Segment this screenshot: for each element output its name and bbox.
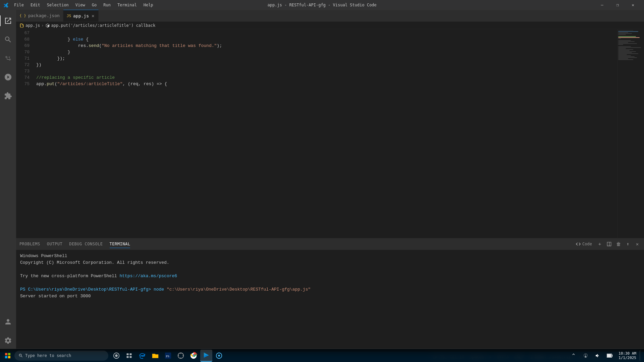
ln-75: 75 [21,81,30,87]
mm-18 [618,47,641,48]
search-icon[interactable] [0,32,16,48]
run-debug-icon[interactable] [0,69,16,85]
panel-maximize[interactable]: ⬆ [625,241,631,247]
menu-edit[interactable]: Edit [28,2,43,8]
explorer-icon[interactable] [0,13,16,29]
terminal[interactable]: Windows PowerShell Copyright (C) Microso… [16,250,644,352]
menu-help[interactable]: Help [141,2,156,8]
mm-25 [618,54,627,55]
mm-28 [618,57,637,58]
account-icon[interactable] [0,314,16,330]
svg-rect-13 [127,356,129,358]
menu-selection[interactable]: Selection [44,2,71,8]
activity-bar [0,10,16,352]
breadcrumb-file-icon [19,23,24,28]
tab-debug-console[interactable]: DEBUG CONSOLE [69,240,103,248]
taskbar-cortana[interactable] [110,350,122,362]
mm-26 [618,55,631,56]
panel-kill-terminal[interactable]: 🗑 [615,241,622,247]
maximize-button[interactable]: ❐ [610,0,625,10]
code-content[interactable]: } else { res.send("No articles matching … [33,29,617,238]
panel-split-terminal[interactable] [606,241,612,247]
mm-8 [618,37,640,38]
panel-tabs: PROBLEMS OUTPUT DEBUG CONSOLE TERMINAL C… [16,238,644,250]
menu-go[interactable]: Go [89,2,99,8]
line-72 [36,69,39,74]
line-numbers: 67 68 69 70 71 72 73 74 75 [16,29,33,238]
mm-7 [618,36,636,37]
tab-app-js[interactable]: JS app.js ✕ [63,10,99,21]
tab-terminal[interactable]: TERMINAL [110,240,130,248]
svg-rect-7 [5,356,7,358]
taskbar-powershell[interactable]: PS [162,350,174,362]
panel-add-terminal[interactable]: + [596,241,603,247]
taskbar-task-view[interactable] [123,350,135,362]
menu-run[interactable]: Run [101,2,113,8]
code-editor[interactable]: 67 68 69 70 71 72 73 74 75 } else { res.… [16,29,617,238]
svg-point-20 [218,355,220,357]
tab-package-json[interactable]: { } package.json [16,10,63,21]
minimize-button[interactable]: — [594,0,610,10]
taskbar-search[interactable]: Type here to search [14,351,108,361]
taskbar-settings[interactable] [175,350,187,362]
svg-rect-25 [607,354,611,357]
taskbar-app7[interactable] [213,350,225,362]
taskbar-show-desktop[interactable] [640,350,642,361]
extensions-icon[interactable] [0,88,16,104]
svg-rect-22 [585,357,586,357]
mm-5 [618,34,626,35]
close-button[interactable]: ✕ [625,0,641,10]
taskbar-clock[interactable]: 10:30 AM 1/1/2025 [616,351,638,360]
tab-label-package-json: package.json [28,13,60,18]
taskbar-network-icon[interactable] [580,350,591,361]
taskbar-up-chevron[interactable]: ^ [568,350,579,361]
term-line-2: Copyright (C) Microsoft Corporation. All… [20,259,640,266]
taskbar-battery-icon[interactable] [604,350,615,361]
taskbar-vscode[interactable] [200,350,212,362]
line-74: app.put("/articles/:articleTitle", (req,… [36,81,167,86]
tab-label-app-js: app.js [73,13,89,18]
ln-74: 74 [21,74,30,81]
breadcrumb-file[interactable]: app.js [25,23,40,28]
taskbar-sound-icon[interactable] [592,350,603,361]
svg-point-10 [115,354,117,357]
mm-23 [618,52,632,53]
menu-terminal[interactable]: Terminal [115,2,140,8]
main-area: { } package.json JS app.js ✕ app.js › ap… [0,10,644,352]
mm-12 [618,41,635,42]
start-button[interactable] [2,350,14,362]
mm-15 [618,44,623,45]
menu-file[interactable]: File [11,2,26,8]
minimap [617,29,644,238]
tab-problems[interactable]: PROBLEMS [19,240,40,248]
line-73: //replacing a specific article [36,75,115,80]
mm-30 [618,59,633,60]
tab-output[interactable]: OUTPUT [47,240,62,248]
line-67: } else { [36,37,89,42]
panel-controls: Code + 🗑 ⬆ ✕ [574,241,641,247]
breadcrumb-context[interactable]: app.put('/articles/:articleTitle') callb… [51,23,156,28]
svg-rect-14 [130,356,132,358]
ln-69: 69 [21,43,30,49]
breadcrumb-fn-icon [45,23,50,28]
editor-container: { } package.json JS app.js ✕ app.js › ap… [16,10,644,352]
taskbar-edge[interactable] [136,350,149,362]
source-control-icon[interactable] [0,50,16,66]
svg-rect-5 [5,353,7,355]
mm-11 [618,40,631,41]
taskbar-chrome[interactable] [187,350,200,362]
panel-code-button[interactable]: Code [574,241,594,247]
mm-17 [618,46,631,47]
term-line-1: Windows PowerShell [20,253,640,259]
mm-14 [618,43,637,44]
taskbar-explorer[interactable] [149,350,161,362]
ln-68: 68 [21,36,30,43]
ln-67: 67 [21,30,30,36]
svg-rect-12 [130,353,132,355]
settings-icon[interactable] [0,333,16,349]
panel-close[interactable]: ✕ [634,241,641,247]
mm-29 [618,58,628,59]
menu-view[interactable]: View [73,2,88,8]
titlebar: File Edit Selection View Go Run Terminal… [0,0,644,10]
tab-close-app-js[interactable]: ✕ [91,12,95,19]
